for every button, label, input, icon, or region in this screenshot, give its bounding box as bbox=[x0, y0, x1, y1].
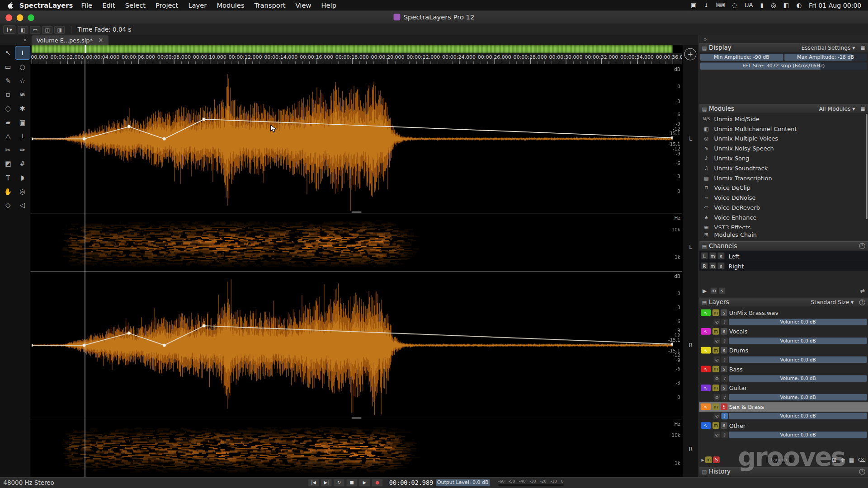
text-tool[interactable]: T bbox=[1, 171, 15, 183]
spectrogram-canvas-right[interactable] bbox=[32, 419, 673, 477]
picker-tool[interactable]: ◗ bbox=[15, 171, 30, 183]
tool-mode-selector[interactable]: I ▾ bbox=[3, 25, 15, 33]
channels-panel-header[interactable]: ▤ Channels ? bbox=[699, 241, 868, 250]
menubar-item-layer[interactable]: Layer bbox=[183, 1, 212, 9]
channel-row-left[interactable]: LmsLeft bbox=[699, 251, 868, 261]
module-item[interactable]: ◠Voice DeReverb bbox=[699, 202, 868, 212]
menubar-item-help[interactable]: Help bbox=[316, 1, 341, 9]
module-item[interactable]: ⊓Voice DeClip bbox=[699, 183, 868, 193]
amplify-tool[interactable]: △ bbox=[1, 130, 15, 142]
envelope-point[interactable] bbox=[127, 125, 131, 128]
display-toggle-1[interactable]: ◧ bbox=[18, 26, 28, 33]
layer-solo-button[interactable]: s bbox=[721, 422, 727, 429]
spectrogram-right-channel[interactable]: Hz10k1k bbox=[30, 419, 682, 477]
master-mute-button[interactable]: m bbox=[710, 287, 717, 294]
display-toggle-3[interactable]: ◫ bbox=[42, 26, 52, 33]
channel-mute-button[interactable]: m bbox=[709, 252, 717, 259]
envelope-point[interactable] bbox=[671, 343, 672, 346]
layer-name-row[interactable]: ∿msUnMix Brass.wav bbox=[699, 308, 868, 318]
layer-mute-button[interactable]: m bbox=[712, 309, 719, 316]
layer-envelope-icon[interactable]: ♪ bbox=[722, 394, 728, 401]
channel-solo-button[interactable]: s bbox=[717, 262, 725, 269]
layer-mute-button[interactable]: m bbox=[712, 347, 719, 354]
menubar-item-file[interactable]: File bbox=[76, 1, 98, 9]
layer-mute-button[interactable]: m bbox=[712, 366, 719, 372]
screen-mirroring-icon[interactable]: ▣ bbox=[691, 2, 697, 9]
layer-solo-button[interactable]: S bbox=[721, 404, 727, 410]
max-amplitude-slider[interactable]: Max Amplitude: -18 dB bbox=[784, 54, 867, 61]
hand-tool[interactable]: ✋ bbox=[1, 185, 15, 197]
anchor-tool[interactable]: ⊥ bbox=[15, 130, 30, 142]
channel-key-button[interactable]: R bbox=[701, 262, 708, 269]
harmonic-selection-tool[interactable]: ✱ bbox=[15, 102, 30, 114]
overview-navigator[interactable] bbox=[32, 45, 673, 53]
apple-menu-icon[interactable] bbox=[7, 1, 14, 9]
layer-mute-button[interactable]: m bbox=[712, 422, 719, 429]
rectangle-selection-tool[interactable]: ▭ bbox=[1, 60, 15, 73]
document-tab[interactable]: Volume E...pes.slp* × bbox=[32, 35, 108, 45]
scissors-tool[interactable]: ✂ bbox=[1, 143, 15, 156]
siri-icon[interactable]: ◐ bbox=[796, 2, 802, 9]
display-menu-icon[interactable]: ≣ bbox=[861, 45, 865, 51]
layer-name-row[interactable]: ∿msGuitar bbox=[699, 383, 868, 393]
layer-volume-slider[interactable]: Volume: 0.0 dB bbox=[729, 413, 867, 419]
module-item[interactable]: ≈Voice DeNoise bbox=[699, 193, 868, 203]
zoom-knob[interactable]: + bbox=[684, 48, 696, 61]
module-item[interactable]: ♪Unmix Song bbox=[699, 153, 868, 163]
stop-button[interactable]: ■ bbox=[346, 479, 358, 487]
layer-solo-button[interactable]: s bbox=[721, 328, 727, 335]
navigator-playhead[interactable] bbox=[85, 45, 85, 53]
imprint-tool[interactable]: ◩ bbox=[1, 157, 15, 170]
menubar-clock[interactable]: Fri 01 Aug 00:00 bbox=[809, 1, 861, 9]
layer-name-row[interactable]: ∿msVocals bbox=[699, 326, 868, 336]
envelope-point[interactable] bbox=[163, 137, 166, 141]
tab-scroll-left-icon[interactable]: « bbox=[23, 37, 26, 42]
menubar-app-name[interactable]: SpectraLayers bbox=[19, 1, 73, 9]
ellipse-selection-tool[interactable]: ◌ bbox=[1, 102, 15, 114]
hotspot-icon[interactable]: ◌ bbox=[732, 2, 737, 9]
layer-bypass-icon[interactable]: ⊘ bbox=[713, 338, 720, 344]
layer-envelope-icon[interactable]: ♪ bbox=[722, 375, 728, 382]
layer-bypass-icon[interactable]: ⊘ bbox=[713, 432, 720, 438]
delete-layer-button[interactable]: ⌫ bbox=[858, 457, 866, 463]
layer-name-row[interactable]: ∿msDrums bbox=[699, 345, 868, 355]
go-to-end-button[interactable]: ▶| bbox=[321, 479, 332, 487]
layers-size-dropdown[interactable]: Standard Size ▾ bbox=[811, 299, 854, 305]
modules-panel-header[interactable]: ▤ Modules All Modules ▾ ≣ bbox=[699, 104, 868, 113]
footer-solo-button[interactable]: S bbox=[713, 456, 720, 463]
similar-selection-tool[interactable]: ≋ bbox=[15, 88, 30, 101]
layer-volume-slider[interactable]: Volume: 0.0 dB bbox=[729, 319, 867, 325]
layer-volume-slider[interactable]: Volume: 0.0 dB bbox=[729, 432, 867, 438]
modules-preset-dropdown[interactable]: All Modules ▾ bbox=[819, 106, 855, 112]
zoom-tool[interactable]: ◎ bbox=[15, 185, 30, 197]
layer-bypass-icon[interactable]: ⊘ bbox=[713, 413, 720, 419]
lasso-selection-tool[interactable]: ○ bbox=[15, 60, 30, 73]
envelope-point[interactable] bbox=[32, 137, 33, 141]
layer-mute-button[interactable]: m bbox=[712, 404, 719, 410]
volume-envelope-right[interactable] bbox=[32, 272, 673, 419]
channel-split-handle[interactable] bbox=[351, 417, 361, 419]
go-to-start-button[interactable]: |◀ bbox=[308, 479, 320, 487]
time-selection-tool[interactable]: I bbox=[15, 47, 30, 59]
channel-routing-icon[interactable]: ⇄ bbox=[860, 287, 864, 293]
envelope-point[interactable] bbox=[203, 117, 206, 121]
channels-help-icon[interactable]: ? bbox=[859, 243, 865, 249]
layer-bypass-icon[interactable]: ⊘ bbox=[713, 319, 720, 325]
battery-icon[interactable]: ▮ bbox=[760, 2, 764, 9]
menubar-item-select[interactable]: Select bbox=[120, 1, 151, 9]
scroll-to-layer-icon[interactable]: ▸ bbox=[701, 457, 704, 463]
layer-name-row[interactable]: ∿msBass bbox=[699, 364, 868, 374]
merge-layers-button[interactable]: ▦ bbox=[849, 457, 854, 463]
transform-tool[interactable]: ↖ bbox=[1, 47, 15, 59]
channel-row-right[interactable]: RmsRight bbox=[699, 261, 868, 271]
layer-envelope-icon[interactable]: ♪ bbox=[722, 432, 728, 438]
layer-solo-button[interactable]: s bbox=[721, 385, 727, 391]
envelope-point[interactable] bbox=[32, 344, 33, 347]
volume-envelope-left[interactable] bbox=[32, 65, 673, 213]
channel-link-icon[interactable]: ▶ bbox=[703, 287, 707, 293]
layers-panel-header[interactable]: ▤ Layers Standard Size ▾ ? bbox=[699, 298, 868, 307]
fft-size-slider[interactable]: FFT Size: 3072 smp (64ms/16Hz) bbox=[700, 62, 867, 70]
display-preset-dropdown[interactable]: Essential Settings ▾ bbox=[802, 45, 855, 51]
display-panel-header[interactable]: ▤ Display Essential Settings ▾ ≣ bbox=[699, 43, 868, 52]
footer-mute-button[interactable]: m bbox=[705, 456, 712, 463]
